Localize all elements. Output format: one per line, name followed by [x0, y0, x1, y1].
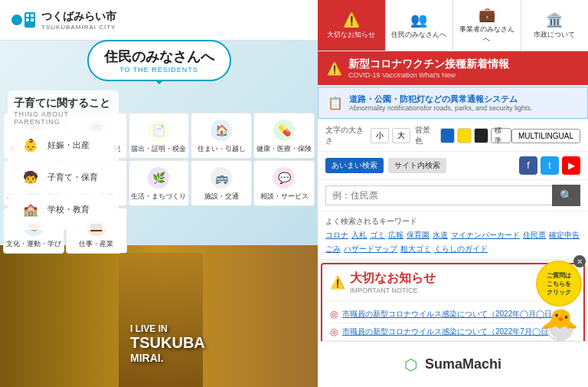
parenting-section: 子育てに関すること THING ABOUT PARENTING 👶妊娠・出産🧒子…	[8, 90, 119, 230]
keyword-10[interactable]: ハザードマップ	[344, 244, 397, 254]
keyword-12[interactable]: くらしのガイド	[434, 244, 488, 254]
notice-item-0[interactable]: ◎市職員の新型コロナウイルス感染について（2022年◯月◯日）	[330, 306, 576, 323]
person-photo	[119, 253, 203, 387]
svg-rect-5	[26, 18, 29, 21]
site-search-tab[interactable]: サイト内検索	[388, 158, 446, 173]
notice-warning-icon: ⚠️	[330, 275, 345, 290]
parenting-item-1[interactable]: 🧒子育て・保育	[14, 162, 113, 192]
font-size-area: 文字の大きさ 小 大	[325, 125, 410, 146]
multilingual-button[interactable]: MULTILINGUAL	[511, 129, 580, 143]
right-panel: ⚠️大切なお知らせ👥住民のみなさんへ💼事業者のみなさんへ🏛️市政について ⚠️ …	[318, 0, 588, 387]
city-logo-icon	[9, 6, 37, 34]
keyword-7[interactable]: 住民票	[523, 230, 546, 241]
keyword-11[interactable]: 粗大ゴミ	[400, 244, 431, 254]
svg-rect-6	[31, 18, 34, 21]
top-nav-item-1[interactable]: 👥住民のみなさんへ	[386, 0, 454, 51]
system-banner-content: 道路・公園・防犯灯などの異常通報システム Abnormality notific…	[349, 93, 533, 112]
parenting-sub: THING ABOUT PARENTING	[14, 110, 113, 126]
notice-item-1[interactable]: ◎市職員の新型コロナウイルス感染について（2022年7月◯日）	[330, 323, 576, 341]
nav-icon-2: 📄	[148, 120, 169, 141]
svg-rect-4	[31, 14, 34, 17]
left-header: つくばみらい市 TSUKUBAMIRAI CITY	[0, 0, 318, 41]
search-input[interactable]	[325, 185, 552, 205]
sumamachi-text: SumaMachi	[425, 356, 501, 372]
keyword-3[interactable]: 広報	[388, 230, 403, 241]
city-name-en: TSUKUBAMIRAI CITY	[41, 24, 116, 31]
twitter-icon[interactable]: t	[541, 156, 559, 175]
system-sub-text: Abnormality notificationsfor roads, park…	[349, 104, 533, 112]
parenting-item-0[interactable]: 👶妊娠・出産	[14, 130, 113, 159]
search-input-row: 🔍	[318, 180, 588, 212]
keyword-1[interactable]: 入札	[351, 230, 367, 241]
keywords-list: コロナ入札ゴミ広報保育園水道マイナンバーカード住民票確定申告ごみハザードマップ粗…	[325, 230, 580, 254]
tsukuba-overlay-text: I LIVE IN TSUKUBA MIRAI.	[130, 323, 205, 364]
nav-item-3[interactable]: 🏠住まい・引越し	[191, 113, 252, 159]
keyword-2[interactable]: ゴミ	[370, 230, 385, 241]
keyword-5[interactable]: 水道	[433, 230, 448, 241]
youtube-icon[interactable]: ▶	[562, 156, 580, 175]
color-btn-standard[interactable]: 標準	[491, 128, 511, 143]
tsukuba-line2: TSUKUBA	[130, 334, 205, 352]
font-small-btn[interactable]: 小	[371, 128, 389, 143]
notice-text-1: 市職員の新型コロナウイルス感染について（2022年7月◯日）	[342, 326, 556, 337]
top-nav-icon-0: ⚠️	[343, 11, 360, 28]
system-banner[interactable]: 📋 道路・公園・防犯灯などの異常通報システム Abnormality notif…	[318, 87, 588, 119]
mascot-character: 🐣	[541, 307, 579, 343]
font-large-btn[interactable]: 大	[392, 128, 410, 143]
svg-rect-3	[26, 14, 29, 17]
fuzzy-search-tab[interactable]: あいまい検索	[325, 158, 384, 173]
top-navigation: ⚠️大切なお知らせ👥住民のみなさんへ💼事業者のみなさんへ🏛️市政について	[318, 0, 588, 51]
alert-icon: ⚠️	[327, 61, 342, 76]
tsukuba-line1: I LIVE IN	[130, 323, 205, 334]
top-nav-item-2[interactable]: 💼事業者のみなさんへ	[453, 0, 521, 51]
bg-color-label: 背景色	[415, 125, 437, 146]
alert-main-text: 新型コロナワクチン接種新着情報	[348, 57, 509, 71]
top-nav-item-3[interactable]: 🏛️市政について	[521, 0, 589, 51]
bubble-sub-text: TO THE RESIDENTS	[104, 66, 214, 74]
keyword-9[interactable]: ごみ	[325, 244, 341, 254]
sumamachi-section[interactable]: ⬡ SumaMachi	[318, 341, 588, 387]
search-button[interactable]: 🔍	[552, 185, 580, 206]
question-bubble[interactable]: ご質問はこちらをクリック	[536, 261, 582, 307]
parenting-icon-1: 🧒	[20, 166, 41, 188]
keyword-8[interactable]: 確定申告	[549, 230, 580, 241]
top-nav-icon-1: 👥	[410, 11, 427, 28]
notice-title-en: IMPORTANT NOTICE	[350, 287, 436, 294]
close-question-button[interactable]: ✕	[573, 255, 586, 267]
question-line3: クリック	[547, 288, 571, 297]
left-panel: つくばみらい市 TSUKUBAMIRAI CITY 住民のみなさんへ TO TH…	[0, 0, 318, 387]
nav-item-8[interactable]: 🚌施設・交通	[191, 160, 252, 206]
notice-text-0: 市職員の新型コロナウイルス感染について（2022年◯月◯日）	[342, 309, 560, 320]
nav-item-2[interactable]: 📄届出・証明・税金	[129, 113, 190, 159]
nav-icon-8: 🚌	[211, 167, 232, 189]
logo-area: つくばみらい市 TSUKUBAMIRAI CITY	[9, 6, 116, 34]
color-btn-blue[interactable]	[440, 128, 455, 143]
nav-item-9[interactable]: 💬相談・サービス	[253, 160, 315, 206]
bubble-main-text: 住民のみなさんへ	[104, 48, 214, 66]
top-nav-icon-3: 🏛️	[546, 11, 563, 28]
top-nav-item-0[interactable]: ⚠️大切なお知らせ	[318, 0, 386, 51]
nav-icon-4: 💊	[273, 120, 295, 141]
tsukuba-line3: MIRAI.	[130, 352, 205, 364]
nav-item-7[interactable]: 🌿生活・まちづくり	[129, 160, 190, 206]
alert-banner[interactable]: ⚠️ 新型コロナワクチン接種新着情報 COVID-19 Vaccination …	[318, 51, 588, 85]
parenting-item-2[interactable]: 🏫学校・教育	[14, 195, 113, 224]
color-btn-black[interactable]	[474, 128, 488, 143]
keywords-title: よく検索されるキーワード	[325, 216, 580, 227]
facebook-icon[interactable]: f	[519, 156, 537, 175]
top-nav-icon-2: 💼	[479, 6, 495, 23]
logo-text: つくばみらい市 TSUKUBAMIRAI CITY	[41, 10, 116, 31]
document-icon: 📋	[328, 96, 343, 110]
keyword-6[interactable]: マイナンバーカード	[451, 230, 520, 241]
city-name-jp: つくばみらい市	[41, 10, 116, 24]
question-line2: こちらを	[547, 280, 571, 288]
nav-item-4[interactable]: 💊健康・医療・保険	[253, 113, 315, 159]
keyword-4[interactable]: 保育園	[407, 230, 430, 241]
keyword-0[interactable]: コロナ	[325, 230, 348, 241]
nav-icon-7: 🌿	[148, 167, 169, 189]
sumamachi-logo-icon: ⬡	[404, 356, 417, 374]
parenting-icon-0: 👶	[20, 134, 41, 156]
color-btn-yellow[interactable]	[457, 128, 472, 143]
question-line1: ご質問は	[547, 271, 571, 280]
nav-icon-3: 🏠	[211, 120, 232, 141]
